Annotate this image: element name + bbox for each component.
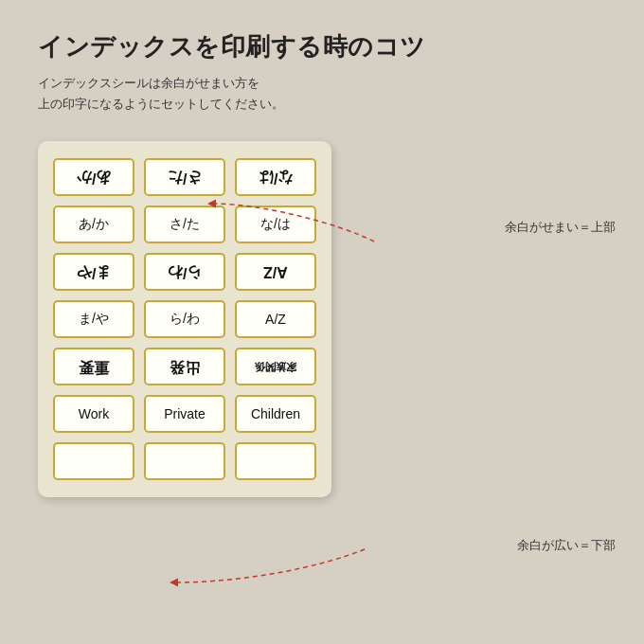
label-cell-private: Private bbox=[144, 395, 225, 433]
subtitle: インデックスシールは余白がせまい方を 上の印字になるようにセットしてください。 bbox=[38, 73, 606, 115]
main-title: インデックスを印刷する時のコツ bbox=[38, 30, 606, 63]
arrow-top-svg bbox=[185, 175, 402, 260]
label-cell: 出発 bbox=[144, 348, 225, 385]
label-cell: ま/や bbox=[53, 300, 134, 338]
arrow-bottom-svg bbox=[147, 530, 402, 606]
label-cell-empty bbox=[235, 442, 316, 480]
label-cell: A/Z bbox=[235, 300, 316, 338]
label-cell-work: Work bbox=[53, 395, 134, 433]
annotation-top-text: 余白がせまい＝上部 bbox=[505, 220, 616, 234]
label-cell: 重要 bbox=[53, 348, 134, 385]
label-cell-empty bbox=[53, 442, 134, 480]
subtitle-line2: 上の印字になるようにセットしてください。 bbox=[38, 97, 284, 111]
annotation-bottom-text: 余白が広い＝下部 bbox=[517, 538, 616, 552]
label-cell: ま/や bbox=[53, 253, 134, 291]
label-cell: あ/か bbox=[53, 206, 134, 243]
label-cell-empty bbox=[144, 442, 225, 480]
label-cell-children: Children bbox=[235, 395, 316, 433]
annotation-top: 余白がせまい＝上部 bbox=[505, 218, 616, 236]
subtitle-line1: インデックスシールは余白がせまい方を bbox=[38, 76, 259, 90]
label-cell: ら/わ bbox=[144, 300, 225, 338]
label-cell: あ/か bbox=[53, 158, 134, 196]
label-cell: 家族関係 bbox=[235, 348, 316, 385]
annotation-bottom: 余白が広い＝下部 bbox=[517, 536, 616, 554]
page-container: インデックスを印刷する時のコツ インデックスシールは余白がせまい方を 上の印字に… bbox=[0, 0, 644, 644]
